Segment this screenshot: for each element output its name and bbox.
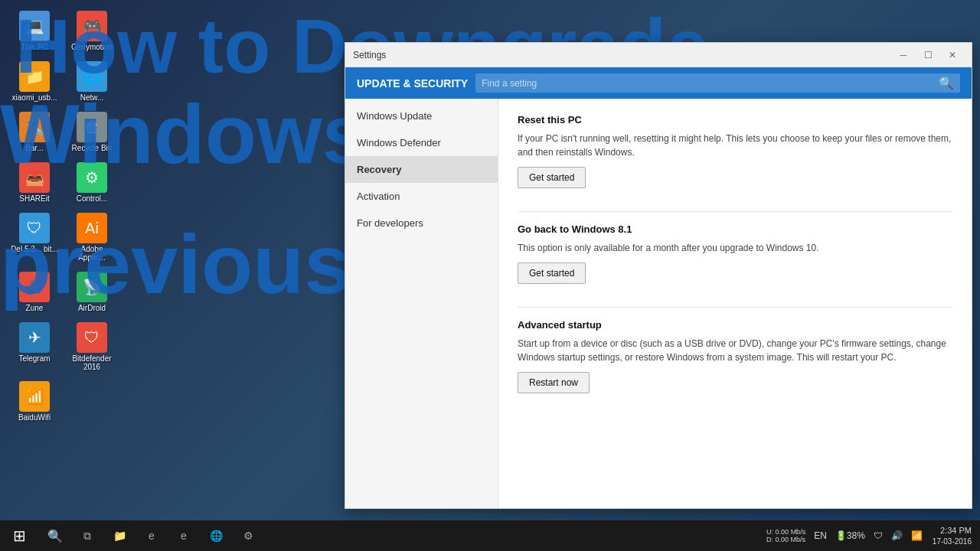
icon-image-5: 🗑: [77, 112, 107, 142]
nav-item-recovery[interactable]: Recovery: [345, 156, 498, 183]
reset-pc-desc: If your PC isn't running well, resetting…: [518, 132, 952, 159]
settings-search-input[interactable]: [482, 78, 939, 89]
icon-image-14: 📶: [19, 381, 50, 412]
network-speed-label2: D: 0.00 Mb/s: [766, 536, 805, 543]
taskbar-clock[interactable]: 2:34 PM 17-03-2016: [928, 525, 976, 546]
nav-item-activation[interactable]: Activation: [345, 183, 498, 210]
nav-item-for-developers[interactable]: For developers: [345, 210, 498, 236]
taskbar-tray: U: 0.00 Mb/s D: 0.00 Mb/s EN 🔋 38% 🛡 🔊 📶…: [760, 520, 980, 551]
desktop-icon-4[interactable]: 🔧 Bar...: [8, 109, 61, 155]
icon-label-7: Control...: [77, 194, 108, 203]
search-icon: 🔍: [939, 76, 954, 90]
desktop-icon-2[interactable]: 📁 xiaomi_usb...: [8, 58, 61, 105]
icon-image-9: Ai: [77, 213, 107, 243]
icon-image-12: ✈: [19, 322, 50, 353]
icon-label-1: Genymotion: [71, 43, 113, 51]
window-titlebar: Settings ─ ☐ ✕: [345, 43, 972, 67]
network-tray[interactable]: 📶: [908, 520, 926, 551]
icon-label-11: AirDroid: [78, 304, 106, 312]
icon-label-5: Recycle Bin: [72, 144, 113, 152]
desktop-icon-10[interactable]: 🎵 Zune: [8, 269, 61, 315]
file-explorer-button[interactable]: 📁: [104, 520, 135, 551]
clock-date: 17-03-2016: [933, 536, 972, 546]
icon-image-11: 📡: [77, 272, 107, 302]
window-controls: ─ ☐ ✕: [892, 47, 964, 63]
go-back-button[interactable]: Get started: [518, 262, 586, 284]
icon-label-12: Telegram: [18, 354, 50, 363]
desktop-icon-9[interactable]: Ai Adobe Applic...: [65, 210, 119, 265]
taskbar-search-button[interactable]: 🔍: [40, 520, 70, 551]
network-speed-tray: U: 0.00 Mb/s D: 0.00 Mb/s: [763, 520, 808, 551]
reset-pc-title: Reset this PC: [518, 114, 952, 126]
nav-item-windows-defender[interactable]: Windows Defender: [345, 129, 498, 156]
settings-window: Settings ─ ☐ ✕ UPDATE & SECURITY 🔍 Windo…: [345, 42, 972, 509]
minimize-button[interactable]: ─: [892, 47, 915, 63]
network-speed-label: U: 0.00 Mb/s: [766, 528, 805, 536]
settings-header: UPDATE & SECURITY 🔍: [345, 67, 972, 99]
desktop-icon-8[interactable]: 🛡 Del 5.3... bit...: [8, 210, 61, 265]
desktop-icon-1[interactable]: 🎮 Genymotion: [65, 8, 119, 54]
icon-label-4: Bar...: [25, 144, 43, 152]
icon-label-9: Adobe Applic...: [68, 245, 116, 262]
icon-image-1: 🎮: [77, 11, 107, 41]
taskbar: ⊞ 🔍 ⧉ 📁 e e 🌐 ⚙ U: 0.00 Mb/s D: 0.00 Mb/…: [0, 520, 980, 551]
desktop-icon-13[interactable]: 🛡 Bitdefender 2016: [65, 319, 119, 374]
settings-content: Reset this PC If your PC isn't running w…: [498, 99, 972, 508]
settings-body: Windows UpdateWindows DefenderRecoveryAc…: [345, 99, 972, 508]
volume-tray[interactable]: 🔊: [888, 520, 906, 551]
divider-1: [518, 211, 952, 212]
icon-label-10: Zune: [26, 304, 44, 312]
settings-search-box[interactable]: 🔍: [475, 73, 960, 93]
icon-image-10: 🎵: [19, 272, 50, 302]
advanced-startup-desc: Start up from a device or disc (such as …: [518, 337, 952, 364]
maximize-button[interactable]: ☐: [916, 47, 939, 63]
icon-image-8: 🛡: [19, 213, 50, 243]
advanced-startup-title: Advanced startup: [518, 319, 952, 331]
icon-label-8: Del 5.3... bit...: [11, 245, 58, 253]
edge-button[interactable]: e: [136, 520, 167, 551]
icon-image-6: 📤: [19, 162, 50, 193]
desktop-icon-7[interactable]: ⚙ Control...: [65, 159, 119, 206]
icon-image-13: 🛡: [77, 322, 107, 353]
go-back-desc: This option is only available for a mont…: [518, 241, 952, 255]
icon-image-0: 💻: [19, 11, 50, 41]
bitdefender-tray[interactable]: 🛡: [871, 520, 886, 551]
desktop-icons: 💻 This PC 🎮 Genymotion 📁 xiaomi_usb... 🌐…: [8, 8, 119, 425]
desktop-icon-6[interactable]: 📤 SHAREit: [8, 159, 61, 206]
language-tray[interactable]: EN: [811, 520, 830, 551]
icon-image-4: 🔧: [19, 112, 50, 142]
desktop-icon-3[interactable]: 🌐 Netw...: [65, 58, 119, 105]
reset-pc-button[interactable]: Get started: [518, 167, 586, 188]
ie-button[interactable]: e: [168, 520, 199, 551]
nav-item-windows-update[interactable]: Windows Update: [345, 103, 498, 129]
icon-label-14: BaiduWifi: [18, 413, 51, 422]
divider-2: [518, 307, 952, 308]
desktop-icon-12[interactable]: ✈ Telegram: [8, 319, 61, 374]
desktop-icon-5[interactable]: 🗑 Recycle Bin: [65, 109, 119, 155]
restart-now-button[interactable]: Restart now: [518, 372, 590, 393]
icon-image-2: 📁: [19, 61, 50, 92]
settings-header-title: UPDATE & SECURITY: [357, 77, 468, 90]
desktop-icon-11[interactable]: 📡 AirDroid: [65, 269, 119, 315]
settings-nav: Windows UpdateWindows DefenderRecoveryAc…: [345, 99, 498, 508]
settings-taskbar-button[interactable]: ⚙: [233, 520, 263, 551]
icon-label-2: xiaomi_usb...: [12, 93, 57, 102]
desktop-icon-0[interactable]: 💻 This PC: [8, 8, 61, 54]
icon-image-3: 🌐: [77, 61, 107, 92]
desktop-icon-14[interactable]: 📶 BaiduWifi: [8, 378, 61, 425]
desktop: How to Downgrade Windows 10 to previous …: [0, 0, 980, 520]
clock-time: 2:34 PM: [933, 525, 972, 536]
icon-image-7: ⚙: [77, 162, 107, 193]
icon-label-0: This PC: [21, 43, 48, 51]
chrome-button[interactable]: 🌐: [201, 520, 231, 551]
window-title: Settings: [353, 50, 386, 60]
icon-label-6: SHAREit: [19, 194, 49, 203]
start-button[interactable]: ⊞: [0, 520, 38, 551]
icon-label-3: Netw...: [80, 93, 104, 102]
icon-label-13: Bitdefender 2016: [68, 354, 116, 371]
go-back-title: Go back to Windows 8.1: [518, 223, 952, 235]
battery-tray[interactable]: 🔋 38%: [832, 520, 868, 551]
close-button[interactable]: ✕: [941, 47, 964, 63]
task-view-button[interactable]: ⧉: [72, 520, 103, 551]
